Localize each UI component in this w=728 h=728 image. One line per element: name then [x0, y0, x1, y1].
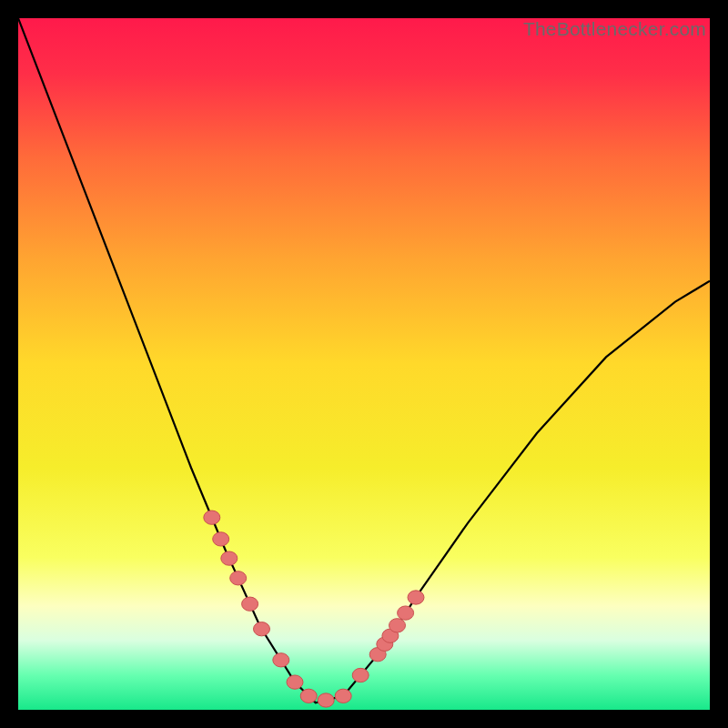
bottleneck-chart	[18, 18, 710, 710]
data-point	[398, 606, 414, 620]
data-point	[204, 511, 220, 524]
data-point	[352, 668, 369, 682]
data-point	[242, 597, 258, 611]
data-point	[389, 619, 406, 632]
chart-frame: TheBottlenecker.com	[18, 18, 710, 710]
data-point	[273, 653, 289, 667]
data-point	[213, 532, 229, 546]
data-point	[230, 571, 247, 585]
data-point	[287, 675, 303, 689]
data-point	[318, 693, 334, 707]
data-point	[335, 689, 351, 703]
watermark-label: TheBottlenecker.com	[523, 18, 706, 40]
data-point	[221, 551, 238, 565]
data-point	[300, 689, 317, 703]
gradient-background	[18, 18, 710, 710]
data-point	[254, 622, 270, 636]
data-point	[408, 591, 424, 604]
